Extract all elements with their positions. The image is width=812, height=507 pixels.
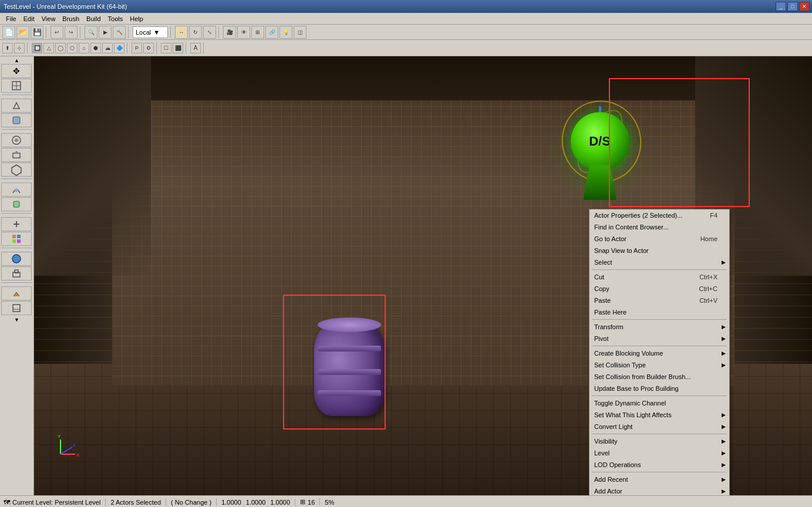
mode-dropdown[interactable]: Local ▼ [133,26,168,38]
cm-convert-light[interactable]: Convert Light ▶ [589,421,729,432]
tb-build[interactable]: 🔨 [113,26,126,39]
side-t11[interactable] [1,301,32,315]
sidebar-scroll-down[interactable]: ▼ [1,317,32,323]
tb2-b7[interactable]: ⛰ [102,43,113,53]
maximize-button[interactable]: □ [787,2,798,11]
cm-level-arrow: ▶ [722,450,726,456]
side-t3[interactable] [1,163,32,177]
coord-x: 1.0000 [221,499,241,506]
status-grid: ⊞ 16 [300,498,320,506]
tb2-b3[interactable]: ◯ [55,43,66,53]
menu-file[interactable]: File [2,15,20,23]
cm-actor-properties[interactable]: Actor Properties (2 Selected)... F4 [589,209,729,221]
side-t7[interactable] [1,232,32,246]
level-text: Current Level: Persistent Level [12,499,100,506]
tb2-p2[interactable]: ⚙ [143,43,154,53]
svg-text:X: X [76,452,80,458]
cm-pivot[interactable]: Pivot ▶ [589,333,729,344]
cm-sep-1 [592,269,727,270]
side-t5[interactable] [1,197,32,211]
menu-brush[interactable]: Brush [59,15,83,23]
tb-search[interactable]: 🔍 [85,26,97,39]
cm-goto-actor[interactable]: Go to Actor Home [589,233,729,245]
cm-select[interactable]: Select ▶ [589,256,729,268]
tb-snap[interactable]: 🔗 [265,26,278,39]
tb2-sel[interactable]: ⊹ [14,43,25,53]
menu-tools[interactable]: Tools [105,15,127,23]
status-level: 🗺 Current Level: Persistent Level [4,499,106,506]
tb-save[interactable]: 💾 [31,26,43,39]
cm-copy[interactable]: Copy Ctrl+C [589,283,729,295]
tb-undo[interactable]: ↩ [50,26,63,39]
cm-paste-here[interactable]: Paste Here [589,306,729,318]
tb-sep-4 [170,26,173,38]
side-t2[interactable] [1,148,32,162]
tb-cam1[interactable]: 🎥 [223,26,236,39]
svg-rect-19 [15,270,18,273]
cm-level[interactable]: Level ▶ [589,447,729,459]
status-change: ( No Change ) [171,499,217,506]
cm-sep-6 [592,472,727,472]
cm-light-affects[interactable]: Set What This Light Affects ▶ [589,409,729,421]
tb2-shapes2[interactable]: ⬛ [173,43,183,53]
cm-create-blocking[interactable]: Create Blocking Volume ▶ [589,347,729,359]
cm-transform[interactable]: Transform ▶ [589,321,729,333]
tb2-b6[interactable]: ⬢ [90,43,101,53]
tb2-b5[interactable]: ⌂ [79,43,89,53]
side-mesh[interactable] [1,79,32,93]
minimize-button[interactable]: _ [776,2,786,11]
cm-update-base[interactable]: Update Base to Proc Building [589,383,729,394]
svg-rect-15 [12,239,16,243]
tb-redo[interactable]: ↪ [65,26,78,39]
side-t8[interactable] [1,252,32,266]
menu-view[interactable]: View [38,15,59,23]
cm-add-actor[interactable]: Add Actor ▶ [589,485,729,495]
side-t4[interactable] [1,182,32,197]
app-title: TestLevel - Unreal Development Kit (64-b… [4,3,127,10]
tb-play[interactable]: ▶ [99,26,112,39]
menu-edit[interactable]: Edit [20,15,38,23]
cm-toggle-dynamic[interactable]: Toggle Dynamic Channel [589,397,729,409]
side-select[interactable]: ✥ [1,64,32,78]
tb2-b8[interactable]: 🔷 [114,43,124,53]
svg-text:Z: Z [73,442,76,448]
sidebar-scroll-up[interactable]: ▲ [1,58,32,63]
cm-set-collision-builder[interactable]: Set Collision from Builder Brush... [589,371,729,383]
viewport-3d[interactable]: D/S X Y [34,56,812,495]
side-sep-2 [1,129,32,131]
tb-open[interactable]: 📂 [16,26,29,39]
tb-sep-1 [46,26,48,38]
menu-help[interactable]: Help [126,15,147,23]
tb2-p1[interactable]: P [132,43,142,53]
tb-scale[interactable]: ⤡ [203,26,216,39]
tb-translate[interactable]: ↔ [175,26,188,39]
tb2-b4[interactable]: ⬡ [67,43,78,53]
side-geometry[interactable] [1,113,32,127]
cm-paste[interactable]: Paste Ctrl+V [589,295,729,306]
side-t10[interactable] [1,286,32,300]
cm-lod[interactable]: LOD Operations ▶ [589,459,729,471]
cm-snap-view[interactable]: Snap View to Actor [589,245,729,256]
tb-grid[interactable]: ⊞ [251,26,264,39]
side-paint[interactable] [1,99,32,113]
tb2-b1[interactable]: 🔲 [32,43,42,53]
cm-visibility[interactable]: Visibility ▶ [589,435,729,447]
tb-wire[interactable]: ◫ [294,26,306,39]
tb2-A[interactable]: A [190,43,201,53]
cm-find-content[interactable]: Find in Content Browser... [589,221,729,233]
tb2-b2[interactable]: △ [43,43,54,53]
side-t9[interactable] [1,266,32,280]
cm-add-recent[interactable]: Add Recent ▶ [589,474,729,485]
cm-set-collision[interactable]: Set Collision Type ▶ [589,359,729,371]
tb2-shapes[interactable]: ☐ [161,43,171,53]
tb-new[interactable]: 📄 [2,26,15,39]
cm-cut[interactable]: Cut Ctrl+X [589,271,729,283]
side-t1[interactable] [1,133,32,147]
tb2-move[interactable]: ⬆ [2,43,13,53]
menu-build[interactable]: Build [83,15,104,23]
side-t6[interactable] [1,217,32,231]
tb-cam2[interactable]: 👁 [237,26,250,39]
tb-light[interactable]: 💡 [279,26,292,39]
close-button[interactable]: ✕ [799,2,810,11]
tb-rotate[interactable]: ↻ [189,26,202,39]
